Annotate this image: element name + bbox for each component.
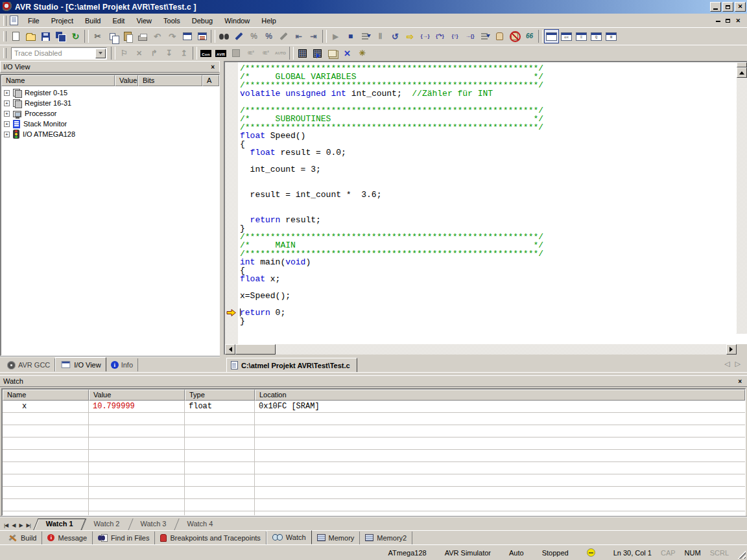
pause-icon[interactable]: Ⅱ [373,29,388,43]
clear-x-icon[interactable]: ✕ [340,46,355,60]
watch-cell-empty[interactable] [3,462,89,474]
watch-cell-empty[interactable] [3,511,89,516]
find-next-icon[interactable] [231,29,246,43]
watch-cell-name[interactable]: x [3,401,89,413]
scroll-left-button[interactable] [225,344,235,355]
toggle-find-window-icon[interactable]: Q [589,29,604,43]
first-tab-icon[interactable]: |◀ [4,522,8,528]
toolbar-grip[interactable] [3,48,6,58]
file-tab[interactable]: C:\atmel Projekt AVR\Test\Test.c [226,358,357,372]
replace-icon[interactable]: % [246,29,261,43]
watch-cell-empty[interactable] [89,474,185,487]
toggle-watch-window-icon[interactable] [544,29,559,43]
watch-cell-empty[interactable] [255,450,745,462]
bookmark-icon[interactable] [276,29,291,43]
watch-row-empty[interactable] [3,413,745,425]
editor-margin[interactable] [225,62,238,344]
menu-item-view[interactable]: View [130,15,158,27]
toggle-source-window-icon[interactable]: ≣ [604,29,619,43]
tab-scroll-left-icon[interactable]: ◁ [724,360,729,368]
watch-cell-empty[interactable] [185,511,255,516]
watch-cell-empty[interactable] [3,450,89,462]
watch-column-header-location[interactable]: Location [255,390,745,401]
tree-expand-icon[interactable]: + [4,132,10,137]
watch-cell-empty[interactable] [89,511,185,516]
break-icon[interactable] [492,29,507,43]
auto-badge-icon[interactable]: AUTO [273,46,288,60]
menu-item-edit[interactable]: Edit [106,15,130,27]
tree-item-i-o-atmega128[interactable]: +I/O ATMEGA128 [1,129,219,139]
run-icon[interactable]: ▶ [328,29,343,43]
avr-badge-icon[interactable]: AVR [213,46,228,60]
watch-cell-empty[interactable] [255,511,745,516]
watch-cell-empty[interactable] [185,499,255,511]
watch-row-empty[interactable] [3,438,745,450]
horizontal-scroll-track[interactable] [235,344,726,355]
toolbar-grip[interactable] [3,16,6,26]
tab-scroll-right-icon[interactable]: ▷ [735,360,741,368]
watch-cell-empty[interactable] [3,487,89,499]
chip-icon[interactable] [228,46,243,60]
scroll-right-button[interactable] [726,344,737,355]
reset-icon[interactable]: ↺ [388,29,403,43]
restore-button[interactable] [722,2,733,12]
watch-row-empty[interactable] [3,474,745,487]
tree-expand-icon[interactable]: + [4,90,10,96]
resize-grip[interactable] [738,551,746,559]
watch-cell-empty[interactable] [185,413,255,425]
move-down-icon[interactable]: ↧ [161,46,176,60]
program-run-icon[interactable] [310,46,325,60]
watch-cell-empty[interactable] [89,413,185,425]
watch-cell-empty[interactable] [3,413,89,425]
output-tab-build[interactable]: Build [3,531,42,544]
column-header-name[interactable]: Name [1,75,115,86]
toggle-output-window-icon[interactable]: ≡ [574,29,589,43]
tree-expand-icon[interactable]: + [4,121,10,127]
column-header-a[interactable]: A [202,75,219,86]
watch-row-empty[interactable] [3,487,745,499]
watch-cell-empty[interactable] [185,450,255,462]
watch-column-header-type[interactable]: Type [185,390,255,401]
watch-cell-empty[interactable] [185,425,255,438]
last-tab-icon[interactable]: ▶| [27,522,30,528]
watch-cell-value[interactable]: 10.799999 [89,401,185,413]
watch-cell-empty[interactable] [3,438,89,450]
trace-pin-icon[interactable]: ⚐ [117,46,132,60]
output-tab-breakpoints-and-tracepoints[interactable]: Breakpoints and Tracepoints [155,531,266,544]
menu-item-tools[interactable]: Tools [158,15,186,27]
trace-clear-icon[interactable]: ✕ [132,46,147,60]
trace-combo[interactable]: Trace Disabled [11,47,107,60]
program-flash-icon[interactable] [295,46,310,60]
toggle-register-window-icon[interactable]: ox [559,29,574,43]
horizontal-scrollbar[interactable] [225,344,737,355]
paste-icon[interactable] [120,29,135,43]
watch-cell-empty[interactable] [185,438,255,450]
output-tab-message[interactable]: Message [42,531,93,544]
watch-cell-empty[interactable] [255,487,745,499]
minimize-button[interactable] [710,2,721,12]
find-in-files-icon[interactable]: % [261,29,276,43]
tree-item-stack-monitor[interactable]: +Stack Monitor [1,119,219,129]
close-button[interactable]: ✕ [735,2,746,12]
output-tab-memory[interactable]: Memory [312,531,361,544]
watch-cell-empty[interactable] [89,438,185,450]
watch-column-header-name[interactable]: Name [3,390,89,401]
watch-row[interactable]: x10.799999float0x10FC [SRAM] [3,401,745,413]
con-badge-icon[interactable]: Con [198,46,213,60]
read-eeprom-icon[interactable]: ˧E² [258,46,273,60]
split-handle[interactable] [737,62,747,67]
watch-row-empty[interactable] [3,450,745,462]
vertical-scroll-track[interactable] [737,78,747,334]
show-next-statement-icon[interactable]: ⇨ [403,29,418,43]
indent-icon[interactable]: ⇥ [306,29,321,43]
scroll-up-button[interactable] [737,67,747,78]
mdi-minimize-button[interactable] [716,16,720,25]
tree-item-register-0-15[interactable]: +Register 0-15 [1,88,219,98]
menu-item-project[interactable]: Project [45,15,79,27]
tree-expand-icon[interactable]: + [4,111,10,117]
watch-cell-empty[interactable] [3,499,89,511]
remove-breakpoints-icon[interactable] [507,29,522,43]
tree-item-register-16-31[interactable]: +Register 16-31 [1,98,219,108]
watch-cell-empty[interactable] [185,487,255,499]
watch-cell-empty[interactable] [185,474,255,487]
